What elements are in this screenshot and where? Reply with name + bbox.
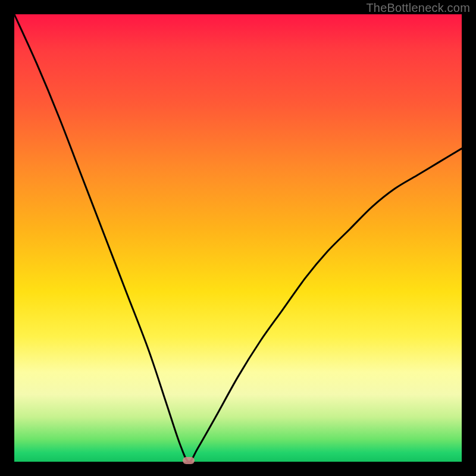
watermark-text: TheBottleneck.com (366, 1, 470, 15)
optimal-point-marker (183, 457, 195, 464)
bottleneck-chart: TheBottleneck.com (0, 0, 476, 476)
plot-area (14, 14, 462, 462)
bottleneck-curve (14, 14, 462, 462)
curve-path (14, 14, 462, 462)
